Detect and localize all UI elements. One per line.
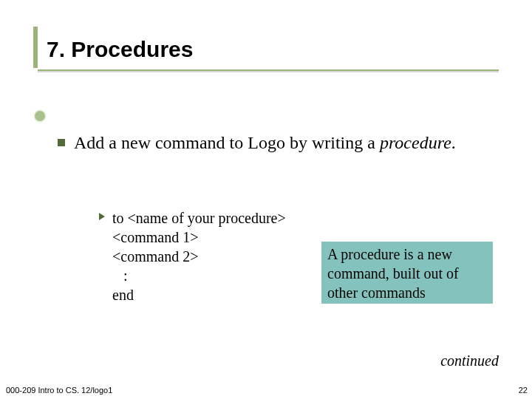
callout-box: A procedure is a new command, built out … [321, 242, 493, 304]
title-accent-bar [33, 27, 38, 68]
code-line-5: end [112, 287, 134, 303]
title-block: 7. Procedures [33, 22, 499, 64]
body-content: Add a new command to Logo by writing a p… [74, 132, 491, 154]
decoration-dot [33, 109, 47, 123]
slide: 7. Procedures Add a new command to Logo … [0, 0, 532, 399]
code-line-1: to <name of your procedure> [112, 210, 286, 226]
bullet-text-a: Add a new command to Logo by writing a [74, 133, 380, 152]
continued-label: continued [440, 352, 499, 369]
bullet-level1: Add a new command to Logo by writing a p… [74, 132, 491, 154]
bullet-text-c: . [451, 133, 456, 152]
bullet-level2: to <name of your procedure> <command 1> … [112, 208, 286, 304]
title-underline [38, 69, 499, 71]
bullet-text-italic: procedure [380, 133, 451, 152]
arrow-bullet-icon [99, 213, 105, 220]
slide-title: 7. Procedures [38, 37, 193, 64]
footer-text: 000-209 Intro to CS. 12/logo1 [6, 386, 112, 395]
code-line-2: <command 1> [112, 229, 198, 245]
code-line-3: <command 2> [112, 248, 198, 265]
code-line-4: : [112, 267, 128, 284]
code-block: to <name of your procedure> <command 1> … [112, 208, 286, 304]
page-number: 22 [519, 386, 528, 395]
